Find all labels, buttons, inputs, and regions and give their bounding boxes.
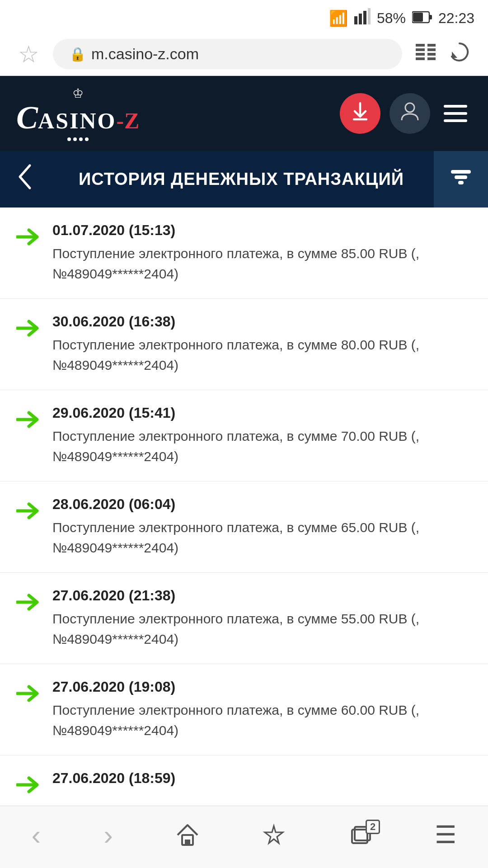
transaction-description: Поступление электронного платежа, в сумм… bbox=[52, 243, 472, 284]
transaction-item: 28.06.2020 (06:04) Поступление электронн… bbox=[0, 481, 488, 573]
svg-rect-11 bbox=[427, 44, 436, 47]
bookmark-nav-button[interactable] bbox=[253, 819, 295, 851]
svg-rect-20 bbox=[458, 181, 464, 184]
svg-rect-10 bbox=[416, 57, 425, 60]
status-bar: 📶 58% 22:23 bbox=[0, 0, 488, 33]
incoming-arrow-icon bbox=[16, 500, 40, 524]
transaction-date: 27.06.2020 (21:38) bbox=[52, 587, 472, 604]
transaction-description: Поступление электронного платежа, в сумм… bbox=[52, 426, 472, 467]
incoming-arrow-icon bbox=[16, 317, 40, 342]
transaction-description: Поступление электронного платежа, в сумм… bbox=[52, 335, 472, 375]
transaction-date: 30.06.2020 (16:38) bbox=[52, 313, 472, 330]
transaction-content: 27.06.2020 (18:59) bbox=[52, 770, 472, 791]
transaction-content: 28.06.2020 (06:04) Поступление электронн… bbox=[52, 496, 472, 558]
transaction-date: 28.06.2020 (06:04) bbox=[52, 496, 472, 513]
tab-count: 2 bbox=[366, 820, 380, 834]
app-header: ♔ C ASINO -Z bbox=[0, 76, 488, 151]
filter-button[interactable] bbox=[434, 151, 488, 208]
svg-rect-13 bbox=[427, 53, 436, 56]
svg-marker-30 bbox=[265, 826, 283, 843]
svg-rect-5 bbox=[429, 15, 432, 19]
svg-point-17 bbox=[405, 103, 414, 112]
svg-marker-15 bbox=[452, 52, 457, 58]
browser-actions bbox=[416, 42, 470, 67]
svg-rect-19 bbox=[455, 175, 467, 179]
svg-rect-14 bbox=[427, 57, 436, 60]
svg-rect-7 bbox=[416, 44, 425, 47]
svg-rect-0 bbox=[354, 16, 357, 24]
logo-dots bbox=[16, 137, 140, 141]
menu-button[interactable] bbox=[439, 100, 472, 127]
transaction-item: 30.06.2020 (16:38) Поступление электронн… bbox=[0, 299, 488, 390]
svg-rect-1 bbox=[359, 14, 362, 24]
incoming-arrow-icon bbox=[16, 774, 40, 798]
transaction-item: 27.06.2020 (21:38) Поступление электронн… bbox=[0, 573, 488, 664]
transaction-content: 27.06.2020 (19:08) Поступление электронн… bbox=[52, 679, 472, 741]
transaction-content: 27.06.2020 (21:38) Поступление электронн… bbox=[52, 587, 472, 649]
svg-rect-29 bbox=[185, 840, 190, 845]
url-bar[interactable]: 🔒 m.casino-z.com bbox=[53, 39, 402, 69]
menu-line bbox=[444, 112, 467, 115]
status-icons: 📶 58% 22:23 bbox=[329, 8, 474, 28]
home-nav-button[interactable] bbox=[167, 819, 208, 851]
page-title-bar: ИСТОРИЯ ДЕНЕЖНЫХ ТРАНЗАКЦИЙ bbox=[0, 151, 488, 208]
tabs-nav-button[interactable]: 2 bbox=[339, 819, 381, 851]
forward-nav-button[interactable]: › bbox=[94, 814, 122, 855]
signal-icon bbox=[354, 8, 371, 28]
filter-icon bbox=[449, 165, 473, 193]
incoming-arrow-icon bbox=[16, 591, 40, 616]
svg-rect-2 bbox=[363, 11, 366, 24]
transaction-content: 01.07.2020 (15:13) Поступление электронн… bbox=[52, 222, 472, 284]
profile-button[interactable] bbox=[389, 93, 430, 134]
svg-rect-18 bbox=[451, 170, 471, 174]
transaction-date: 27.06.2020 (18:59) bbox=[52, 770, 472, 787]
refresh-icon[interactable] bbox=[449, 42, 470, 67]
transaction-item: 29.06.2020 (15:41) Поступление электронн… bbox=[0, 390, 488, 481]
transaction-date: 27.06.2020 (19:08) bbox=[52, 679, 472, 695]
time-display: 22:23 bbox=[438, 10, 474, 27]
page-title: ИСТОРИЯ ДЕНЕЖНЫХ ТРАНЗАКЦИЙ bbox=[49, 158, 434, 200]
reader-mode-icon[interactable] bbox=[416, 43, 436, 66]
bottom-navigation: ‹ › 2 ☰ bbox=[0, 806, 488, 868]
menu-nav-button[interactable]: ☰ bbox=[426, 816, 465, 854]
lock-icon: 🔒 bbox=[69, 46, 86, 62]
transaction-date: 01.07.2020 (15:13) bbox=[52, 222, 472, 239]
menu-line bbox=[444, 119, 467, 122]
url-text: m.casino-z.com bbox=[91, 45, 199, 63]
profile-icon bbox=[400, 101, 420, 126]
bookmark-star-icon[interactable]: ☆ bbox=[18, 41, 39, 68]
download-button[interactable] bbox=[340, 93, 380, 134]
back-nav-button[interactable]: ‹ bbox=[23, 814, 50, 855]
download-icon bbox=[350, 101, 370, 126]
svg-rect-6 bbox=[413, 13, 423, 22]
back-button[interactable] bbox=[0, 151, 49, 208]
transaction-content: 30.06.2020 (16:38) Поступление электронн… bbox=[52, 313, 472, 375]
menu-line bbox=[444, 105, 467, 108]
battery-icon bbox=[412, 9, 432, 27]
transaction-description: Поступление электронного платежа, в сумм… bbox=[52, 517, 472, 558]
svg-rect-12 bbox=[427, 48, 436, 51]
transaction-content: 29.06.2020 (15:41) Поступление электронн… bbox=[52, 405, 472, 467]
incoming-arrow-icon bbox=[16, 226, 40, 250]
svg-rect-3 bbox=[368, 8, 371, 24]
header-actions bbox=[340, 93, 472, 134]
transaction-item: 01.07.2020 (15:13) Поступление электронн… bbox=[0, 208, 488, 299]
casino-logo: ♔ C ASINO -Z bbox=[16, 86, 140, 141]
transaction-item: 27.06.2020 (18:59) bbox=[0, 755, 488, 813]
battery-percent: 58% bbox=[377, 10, 406, 27]
transaction-description: Поступление электронного платежа, в сумм… bbox=[52, 609, 472, 649]
transaction-date: 29.06.2020 (15:41) bbox=[52, 405, 472, 421]
svg-rect-8 bbox=[416, 48, 425, 51]
transaction-list: 01.07.2020 (15:13) Поступление электронн… bbox=[0, 208, 488, 813]
wifi-icon: 📶 bbox=[329, 9, 348, 27]
transaction-description: Поступление электронного платежа, в сумм… bbox=[52, 700, 472, 741]
transaction-item: 27.06.2020 (19:08) Поступление электронн… bbox=[0, 664, 488, 755]
svg-rect-9 bbox=[416, 53, 425, 56]
browser-bar: ☆ 🔒 m.casino-z.com bbox=[0, 33, 488, 76]
incoming-arrow-icon bbox=[16, 682, 40, 707]
incoming-arrow-icon bbox=[16, 408, 40, 433]
